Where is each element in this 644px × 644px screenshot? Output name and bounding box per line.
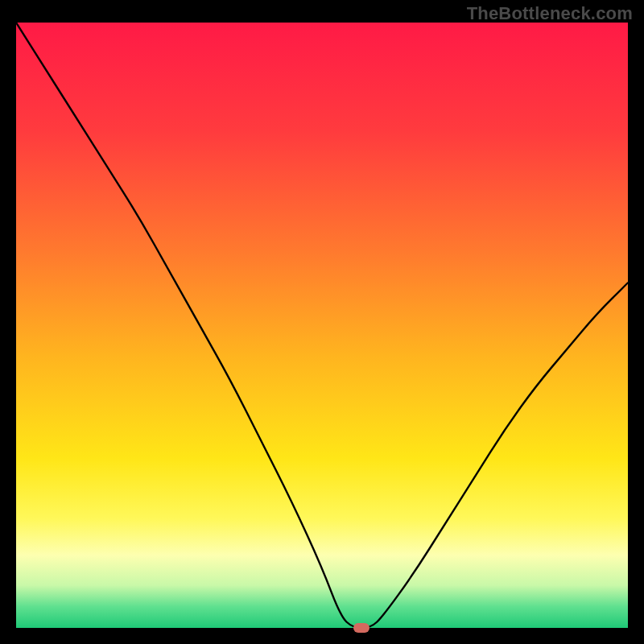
optimal-marker bbox=[353, 623, 369, 633]
chart-container: TheBottleneck.com bbox=[0, 0, 644, 644]
plot-svg bbox=[16, 23, 628, 628]
plot-area bbox=[16, 23, 628, 628]
gradient-rect bbox=[16, 23, 628, 628]
watermark-text: TheBottleneck.com bbox=[467, 3, 633, 24]
